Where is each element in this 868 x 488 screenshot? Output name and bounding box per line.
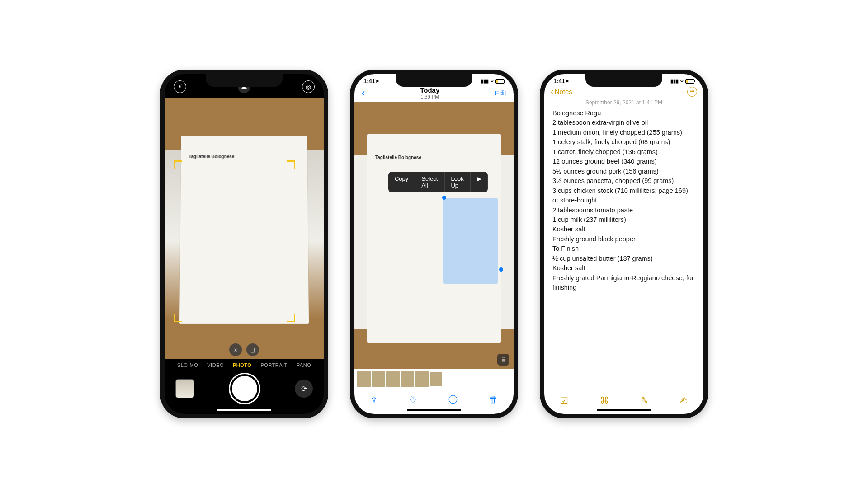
note-line: 5½ ounces ground pork (156 grams) [552, 167, 695, 176]
note-body[interactable]: Bolognese Ragu2 tablespoon extra-virgin … [544, 108, 703, 390]
note-line: 2 tablespoon extra-virgin olive oil [552, 118, 695, 127]
focus-corner-icon [174, 160, 182, 169]
more-menu-button[interactable]: ▶ [471, 172, 488, 192]
context-menu: Copy Select All Look Up ▶ [388, 172, 488, 192]
delete-icon[interactable]: 🗑 [489, 394, 498, 405]
mode-photo[interactable]: PHOTO [233, 362, 251, 368]
note-line: 1 cup milk (237 milliliters) [552, 215, 695, 225]
phone-photos: 1:41 ➤ ▮▮▮ ⌔ ‹ Today 1:39 PM Edit Taglia… [350, 70, 518, 418]
back-button[interactable]: ‹ [362, 87, 365, 99]
home-indicator[interactable] [217, 409, 271, 411]
thumbnail[interactable] [386, 371, 400, 387]
markup-icon[interactable]: ✎ [641, 395, 648, 406]
thumbnail-selected[interactable] [429, 371, 443, 387]
close-live-text-button[interactable]: × [229, 343, 242, 356]
photos-nav-bar: ‹ Today 1:39 PM Edit [354, 85, 514, 102]
note-line: Freshly grated Parmigiano-Reggiano chees… [552, 273, 695, 293]
note-line: 1 celery stalk, finely chopped (68 grams… [552, 137, 695, 147]
note-line: 3 cups chicken stock (710 milliliters; p… [552, 186, 695, 206]
note-line: Bolognese Ragu [552, 108, 695, 118]
location-icon: ➤ [375, 78, 379, 84]
battery-icon [495, 79, 505, 84]
favorite-icon[interactable]: ♡ [409, 394, 417, 405]
location-icon: ➤ [565, 78, 569, 84]
thumbnail[interactable] [372, 371, 385, 387]
phone-camera: ⚡︎ ◎ Tagliatelle Bolognese × ⌸ SLO-MO VI… [160, 70, 328, 418]
shutter-button[interactable] [230, 374, 259, 403]
select-all-button[interactable]: Select All [415, 172, 444, 192]
battery-icon [685, 79, 694, 84]
note-date: September 29, 2021 at 1:41 PM [544, 99, 703, 108]
mode-slo-mo[interactable]: SLO-MO [177, 362, 198, 368]
detected-title: Tagliatelle Bolognese [189, 154, 234, 159]
text-selection[interactable] [443, 198, 498, 284]
note-line: 2 tablespoons tomato paste [552, 206, 695, 215]
home-indicator[interactable] [407, 409, 461, 411]
photo-view[interactable]: Tagliatelle Bolognese Copy Select All Lo… [354, 102, 514, 369]
switch-camera-button[interactable]: ⟳ [295, 380, 313, 398]
notes-nav-bar: ‹ Notes ••• [544, 85, 703, 99]
live-text-icon[interactable]: ⌸ [246, 343, 259, 356]
photo-library-thumbnail[interactable] [175, 379, 194, 398]
note-line: 1 carrot, finely chopped (136 grams) [552, 147, 695, 157]
more-button[interactable]: ••• [687, 87, 697, 97]
thumbnail[interactable] [415, 371, 429, 387]
note-line: ½ cup unsalted butter (137 grams) [552, 254, 695, 263]
mode-pano[interactable]: PANO [297, 362, 311, 368]
edit-button[interactable]: Edit [495, 89, 506, 97]
selection-handle-icon[interactable] [499, 267, 503, 272]
look-up-button[interactable]: Look Up [444, 172, 470, 192]
nav-title: Today 1:39 PM [420, 86, 439, 99]
mode-video[interactable]: VIDEO [207, 362, 224, 368]
notch [585, 74, 662, 87]
note-line: 3½ ounces pancetta, chopped (99 grams) [552, 176, 695, 186]
selection-handle-icon[interactable] [442, 196, 446, 200]
status-time: 1:41 [553, 78, 565, 84]
camera-modes[interactable]: SLO-MO VIDEO PHOTO PORTRAIT PANO [165, 359, 324, 371]
chevron-left-icon: ‹ [551, 86, 554, 97]
camera-viewfinder[interactable]: Tagliatelle Bolognese × ⌸ [165, 98, 324, 359]
flash-icon[interactable]: ⚡︎ [174, 80, 186, 93]
status-time: 1:41 [363, 78, 375, 84]
live-photo-icon[interactable]: ◎ [302, 80, 315, 93]
wifi-icon: ⌔ [680, 79, 684, 84]
focus-corner-icon [287, 160, 295, 169]
signal-icon: ▮▮▮ [481, 78, 489, 84]
note-line: 1 medium onion, finely chopped (255 gram… [552, 128, 695, 137]
note-line: 12 ounces ground beef (340 grams) [552, 157, 695, 166]
share-icon[interactable]: ⇪ [370, 394, 378, 405]
wifi-icon: ⌔ [491, 79, 494, 84]
detected-title: Tagliatelle Bolognese [375, 155, 421, 160]
back-button[interactable]: ‹ Notes [551, 86, 572, 97]
note-line: Kosher salt [552, 225, 695, 234]
live-text-icon[interactable]: ⌸ [497, 354, 509, 366]
notch [396, 74, 472, 87]
thumbnails-strip[interactable] [354, 369, 514, 389]
checklist-icon[interactable]: ☑︎ [560, 395, 568, 406]
note-line: To Finish [552, 244, 695, 253]
signal-icon: ▮▮▮ [670, 78, 679, 84]
compose-icon[interactable]: ✍︎ [680, 395, 688, 406]
thumbnail[interactable] [357, 371, 371, 387]
camera-bottom-controls: ⟳ [165, 371, 324, 414]
camera-icon[interactable]: ⌘ [600, 395, 609, 406]
home-indicator[interactable] [597, 409, 651, 411]
phone-notes: 1:41 ➤ ▮▮▮ ⌔ ‹ Notes ••• September 29, 2… [540, 70, 708, 418]
copy-button[interactable]: Copy [388, 172, 415, 192]
mode-portrait[interactable]: PORTRAIT [260, 362, 287, 368]
thumbnail[interactable] [401, 371, 414, 387]
info-icon[interactable]: ⓘ [448, 394, 458, 406]
focus-corner-icon [287, 314, 295, 322]
focus-corner-icon [174, 314, 182, 322]
note-line: Freshly ground black pepper [552, 235, 695, 244]
note-line: Kosher salt [552, 263, 695, 273]
notch [206, 74, 283, 87]
